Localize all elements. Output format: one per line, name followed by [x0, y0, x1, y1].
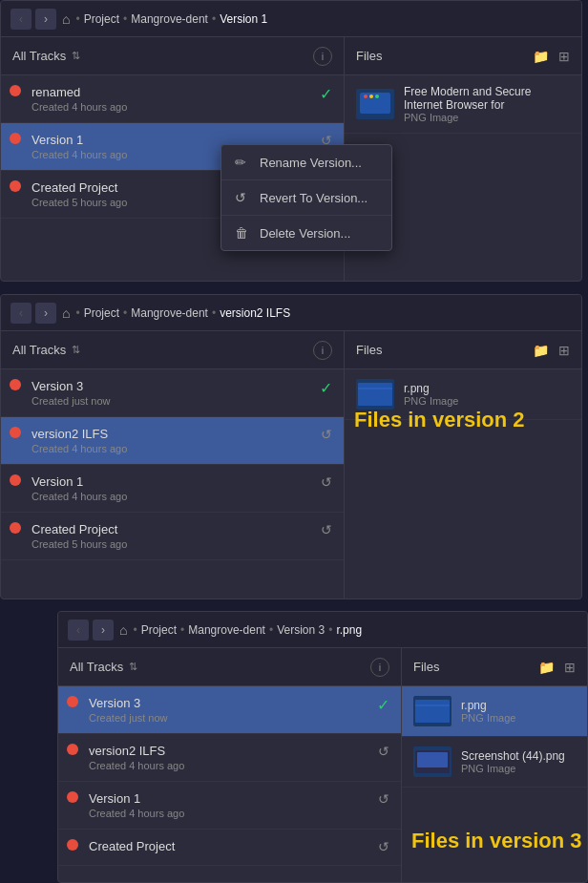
grid-icon-3[interactable]: ⊞	[564, 660, 576, 675]
track-name-v2ilfs: version2 ILFS	[32, 427, 321, 441]
file-item-screenshot-p3[interactable]: Screenshot (44).png PNG Image	[402, 737, 587, 788]
file-type-rpng-p2: PNG Image	[404, 395, 570, 407]
grid-icon-1[interactable]: ⊞	[558, 49, 570, 64]
track-dot-renamed	[10, 85, 21, 96]
track-time-v1-p3: Created 4 hours ago	[89, 808, 378, 819]
file-thumb-rpng-p2	[356, 379, 394, 410]
track-time-v2ilfs-p3: Created 4 hours ago	[89, 760, 378, 771]
tracks-title-3: All Tracks	[70, 660, 123, 674]
track-item-v3-p2[interactable]: Version 3 Created just now ✓	[1, 369, 344, 417]
track-status-v2ilfs-p3: ↺	[378, 744, 389, 759]
breadcrumb-project-1[interactable]: Project	[84, 12, 119, 26]
file-name-browser: Free Modern and Secure Internet Browser …	[404, 85, 570, 112]
svg-rect-6	[358, 383, 392, 406]
track-item-created-p3[interactable]: Created Project ↺	[58, 830, 401, 866]
breadcrumb-project-3[interactable]: Project	[141, 623, 177, 637]
panel-3: ‹ › ⌂ • Project • Mangrove-dent • Versio…	[57, 611, 588, 883]
track-status-created-p3: ↺	[378, 839, 389, 854]
panel-1: ‹ › ⌂ • Project • Mangrove-dent • Versio…	[0, 0, 582, 282]
track-status-v2ilfs: ↺	[321, 427, 332, 442]
breadcrumb-bar-2: ‹ › ⌂ • Project • Mangrove-dent • versio…	[1, 295, 581, 331]
home-icon-1[interactable]: ⌂	[62, 11, 70, 27]
tracks-title-1: All Tracks	[12, 49, 66, 63]
breadcrumb-project-2[interactable]: Project	[84, 306, 119, 320]
track-name-v1-p2: Version 1	[32, 474, 321, 489]
file-item-browser[interactable]: Free Modern and Secure Internet Browser …	[345, 75, 581, 134]
context-menu-1: ✏ Rename Version... ↺ Revert To Version.…	[220, 144, 392, 251]
breadcrumb-version-1[interactable]: Version 1	[220, 12, 267, 26]
grid-icon-2[interactable]: ⊞	[558, 343, 570, 358]
track-item-v2ilfs-p3[interactable]: version2 ILFS Created 4 hours ago ↺	[58, 734, 401, 782]
file-name-screenshot-p3: Screenshot (44).png	[461, 749, 576, 763]
breadcrumb-folder-1[interactable]: Mangrove-dent	[131, 12, 208, 26]
file-item-rpng-p3[interactable]: r.png PNG Image	[402, 686, 587, 737]
forward-arrow-3[interactable]: ›	[93, 620, 114, 641]
home-icon-2[interactable]: ⌂	[62, 305, 70, 321]
back-arrow-2[interactable]: ‹	[10, 303, 32, 324]
track-item-v1-p2[interactable]: Version 1 Created 4 hours ago ↺	[1, 465, 344, 513]
files-header-1: Files 📁 ⊞	[345, 37, 581, 75]
context-delete-label: Delete Version...	[260, 226, 350, 241]
file-list-3: r.png PNG Image Screenshot (44).png	[402, 686, 587, 882]
breadcrumb-version-2[interactable]: version2 ILFS	[220, 306, 290, 320]
forward-arrow-2[interactable]: ›	[35, 303, 56, 324]
context-rename[interactable]: ✏ Rename Version...	[221, 145, 391, 180]
sort-icon-3[interactable]: ⇅	[129, 661, 137, 673]
breadcrumb-file-3[interactable]: r.png	[336, 623, 362, 637]
file-type-rpng-p3: PNG Image	[461, 712, 576, 724]
forward-arrow-1[interactable]: ›	[35, 9, 56, 30]
track-status-v1-p2: ↺	[321, 474, 332, 490]
files-pane-2: Files 📁 ⊞ r.png	[345, 331, 581, 599]
sort-icon-2[interactable]: ⇅	[72, 344, 80, 356]
files-title-2: Files	[356, 343, 382, 357]
svg-rect-9	[415, 700, 450, 723]
info-button-1[interactable]: i	[313, 47, 332, 66]
file-name-rpng-p2: r.png	[404, 382, 570, 395]
info-button-3[interactable]: i	[370, 658, 389, 677]
file-type-screenshot-p3: PNG Image	[461, 763, 576, 774]
track-item-v2ilfs[interactable]: version2 ILFS Created 4 hours ago ↺	[1, 417, 344, 465]
revert-icon: ↺	[235, 190, 250, 205]
sort-icon-1[interactable]: ⇅	[72, 50, 80, 62]
track-item-v1-p3[interactable]: Version 1 Created 4 hours ago ↺	[58, 782, 401, 830]
track-item-created-p2[interactable]: Created Project Created 5 hours ago ↺	[1, 513, 344, 560]
content-area-2: All Tracks ⇅ i Version 3 Created just no…	[1, 331, 581, 599]
track-item-v3-p3[interactable]: Version 3 Created just now ✓	[58, 686, 401, 734]
folder-icon-3[interactable]: 📁	[538, 660, 555, 675]
track-name-v1-p3: Version 1	[89, 791, 378, 806]
context-revert-label: Revert To Version...	[260, 191, 368, 205]
breadcrumb-folder-3[interactable]: Mangrove-dent	[188, 623, 265, 637]
context-delete[interactable]: 🗑 Delete Version...	[221, 216, 391, 250]
track-time-v3-p2: Created just now	[32, 395, 320, 407]
track-time-v2ilfs: Created 4 hours ago	[32, 443, 321, 454]
back-arrow-1[interactable]: ‹	[10, 9, 32, 30]
svg-point-2	[364, 95, 368, 98]
files-pane-3: Files 📁 ⊞ r.png	[402, 648, 587, 882]
track-time-v3-p3: Created just now	[89, 712, 377, 724]
track-time-renamed: Created 4 hours ago	[32, 101, 320, 113]
svg-point-3	[369, 95, 373, 98]
svg-point-4	[375, 95, 379, 98]
track-name-v3-p3: Version 3	[89, 696, 377, 710]
panel-2: ‹ › ⌂ • Project • Mangrove-dent • versio…	[0, 294, 582, 599]
context-revert[interactable]: ↺ Revert To Version...	[221, 180, 391, 216]
back-arrow-3[interactable]: ‹	[68, 620, 89, 641]
home-icon-3[interactable]: ⌂	[119, 622, 127, 638]
track-item-renamed[interactable]: renamed Created 4 hours ago ✓	[1, 75, 344, 123]
file-item-rpng-p2[interactable]: r.png PNG Image	[345, 369, 581, 420]
files-title-3: Files	[413, 660, 439, 674]
file-thumb-screenshot-p3	[413, 746, 452, 777]
tracks-pane-3: All Tracks ⇅ i Version 3 Created just no…	[58, 648, 402, 882]
breadcrumb-v3-3[interactable]: Version 3	[277, 623, 325, 637]
file-type-browser: PNG Image	[404, 112, 570, 123]
info-button-2[interactable]: i	[313, 341, 332, 360]
track-name-created-p2: Created Project	[32, 522, 321, 536]
folder-icon-1[interactable]: 📁	[533, 49, 549, 64]
files-title-1: Files	[356, 49, 382, 63]
breadcrumb-folder-2[interactable]: Mangrove-dent	[131, 306, 208, 320]
track-name-created-p3: Created Project	[89, 839, 378, 853]
delete-icon: 🗑	[235, 225, 250, 241]
svg-rect-13	[417, 752, 448, 767]
folder-icon-2[interactable]: 📁	[533, 343, 549, 358]
breadcrumb-bar-1: ‹ › ⌂ • Project • Mangrove-dent • Versio…	[1, 1, 581, 37]
